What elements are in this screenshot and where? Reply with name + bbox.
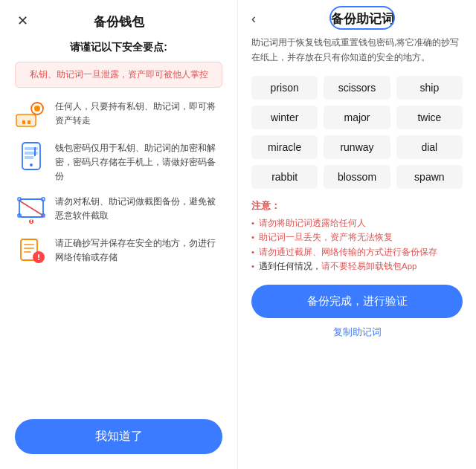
svg-rect-22 [24,244,34,245]
svg-rect-8 [25,152,38,155]
copy-mnemonic-link[interactable]: 复制助记词 [251,326,463,339]
left-panel: ✕ 备份钱包 请谨记以下安全要点: 私钥、助记词一旦泄露，资产即可被他人掌控 任… [0,0,238,469]
svg-rect-9 [25,156,33,159]
svg-point-3 [34,106,40,111]
right-title-wrapper: 备份助记词 [262,10,463,28]
tip-list: 任何人，只要持有私钥、助记词，即可将资产转走 钱包密码仅用于私钥、助记词的加密和… [15,98,222,409]
tip-text-screenshot: 请勿对私钥、助记词做截图备份，避免被恶意软件截取 [55,193,222,223]
svg-rect-24 [24,251,31,253]
phone-icon [15,140,48,172]
notice-item-4-red: 请不要轻易卸载钱包App [321,262,416,271]
svg-rect-23 [24,248,34,249]
svg-rect-15 [42,198,45,201]
left-title: 备份钱包 [94,13,144,30]
svg-rect-20 [30,221,32,223]
mnemonic-word-2: scissors [324,76,390,100]
svg-rect-26 [38,254,39,258]
note-icon [15,235,48,268]
mnemonic-word-6: twice [396,106,463,129]
tip-item-phone: 钱包密码仅用于私钥、助记词的加密和解密，密码只存储在手机上，请做好密码备份 [15,140,222,184]
mnemonic-word-12: spawn [396,165,463,189]
tip-item-note: 请正确抄写并保存在安全的地方，勿进行网络传输或存储 [15,235,222,268]
warning-banner: 私钥、助记词一旦泄露，资产即可被他人掌控 [15,62,222,88]
notice-item-3: 请勿通过截屏、网络传输的方式进行备份保存 [251,245,463,260]
left-subtitle: 请谨记以下安全要点: [70,41,167,54]
right-panel: ‹ 备份助记词 助记词用于恢复钱包或重置钱包密码,将它准确的抄写在纸上，并存放在… [238,0,476,469]
svg-rect-12 [34,147,36,156]
mnemonic-word-10: rabbit [251,165,318,189]
tip-item-screenshot: 请勿对私钥、助记词做截图备份，避免被恶意软件截取 [15,193,222,226]
notice-item-4: 遇到任何情况，请不要轻易卸载钱包App [251,259,463,274]
notice-item-1: 请勿将助记词透露给任何人 [251,216,463,231]
tip-item-key: 任何人，只要持有私钥、助记词，即可将资产转走 [15,98,222,131]
mnemonic-word-8: runway [324,135,390,159]
svg-rect-0 [16,114,36,126]
screenshot-icon [15,193,48,226]
mnemonic-word-3: ship [396,76,463,100]
key-icon [15,98,48,131]
right-header: ‹ 备份助记词 [251,10,463,28]
svg-point-10 [30,164,33,166]
mnemonic-word-5: major [324,106,390,129]
svg-rect-19 [30,219,32,221]
tip-text-key: 任何人，只要持有私钥、助记词，即可将资产转走 [55,98,222,128]
svg-rect-14 [18,198,21,201]
mnemonic-word-9: dial [396,135,463,159]
notice-item-4-normal: 遇到任何情况， [259,262,321,271]
i-know-button[interactable]: 我知道了 [15,419,222,454]
confirm-backup-button[interactable]: 备份完成，进行验证 [251,285,463,318]
right-description: 助记词用于恢复钱包或重置钱包密码,将它准确的抄写在纸上，并存放在只有你知道的安全… [251,35,463,65]
mnemonic-word-11: blossom [324,165,390,189]
mnemonic-word-7: miracle [251,135,318,159]
close-button[interactable]: ✕ [12,10,33,31]
back-button[interactable]: ‹ [251,11,256,27]
svg-rect-27 [38,259,39,260]
mnemonic-word-1: prison [251,76,318,100]
tip-text-note: 请正确抄写并保存在安全的地方，勿进行网络传输或存储 [55,235,222,265]
mnemonic-grid: prison scissors ship winter major twice … [251,76,463,189]
svg-rect-4 [22,120,25,124]
notice-title: 注意： [251,199,463,213]
notice-item-2: 助记词一旦丢失，资产将无法恢复 [251,230,463,245]
notice-section: 注意： 请勿将助记词透露给任何人 助记词一旦丢失，资产将无法恢复 请勿通过截屏、… [251,199,463,274]
mnemonic-word-4: winter [251,106,318,129]
svg-rect-5 [28,120,30,124]
right-title: 备份助记词 [331,10,394,28]
tip-text-phone: 钱包密码仅用于私钥、助记词的加密和解密，密码只存储在手机上，请做好密码备份 [55,140,222,184]
svg-rect-7 [25,147,38,150]
